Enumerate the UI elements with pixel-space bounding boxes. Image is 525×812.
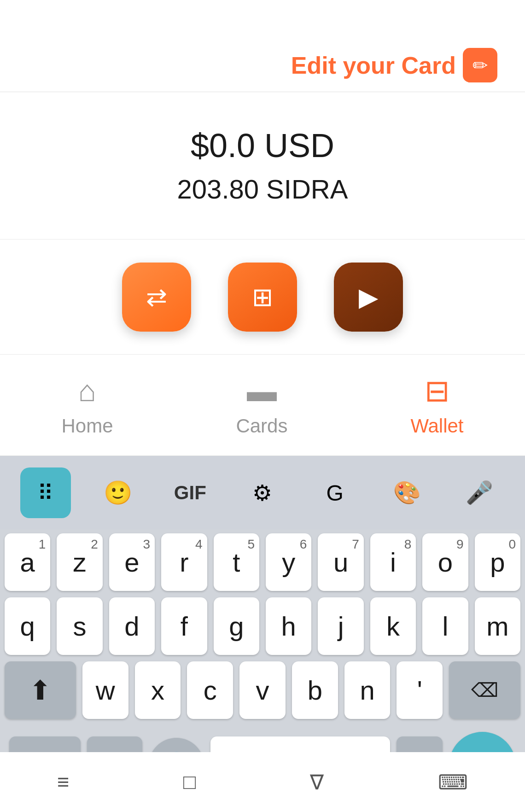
key-v[interactable]: v [239, 661, 286, 719]
translate-icon: G [326, 480, 343, 506]
mic-icon: 🎤 [466, 480, 493, 506]
key-e[interactable]: e3 [109, 533, 155, 591]
keyboard-gif-button[interactable]: GIF [165, 467, 216, 518]
transfer-icon: ⇄ [146, 282, 167, 312]
nav-wallet-label: Wallet [410, 415, 463, 437]
send-icon: ▶ [359, 282, 378, 312]
balance-usd: $0.0 USD [191, 127, 334, 164]
key-q[interactable]: q [5, 597, 50, 655]
edit-card-button[interactable]: Edit your Card ✏ [291, 48, 497, 82]
keyboard-row-2: q s d f g h j k l m [5, 597, 520, 655]
transfer-button[interactable]: ⇄ [122, 263, 191, 332]
keyboard-row-3: ⬆ w x c v b n ' ⌫ [5, 661, 520, 719]
home-icon: ⌂ [78, 374, 96, 408]
wallet-icon: ⊟ [425, 374, 449, 408]
key-n[interactable]: n [344, 661, 391, 719]
keyboard-palette-button[interactable]: 🎨 [382, 467, 432, 518]
key-c[interactable]: c [187, 661, 233, 719]
keyboard-translate-button[interactable]: G [309, 467, 360, 518]
keyboard-apps-button[interactable]: ⠿ [20, 467, 71, 518]
key-k[interactable]: k [370, 597, 416, 655]
key-shift[interactable]: ⬆ [5, 661, 76, 719]
key-w[interactable]: w [82, 661, 128, 719]
cards-icon: ▬ [247, 374, 277, 408]
key-i[interactable]: i8 [370, 533, 416, 591]
sys-menu-button[interactable]: ≡ [57, 770, 69, 794]
system-nav-bar: ≡ □ ∇ ⌨ [0, 752, 525, 812]
send-button[interactable]: ▶ [334, 263, 403, 332]
home-system-icon: □ [183, 770, 196, 794]
sticker-icon: 🙂 [104, 479, 132, 506]
key-z[interactable]: z2 [57, 533, 102, 591]
edit-card-label: Edit your Card [291, 52, 456, 79]
keyboard-row-1: a1 z2 e3 r4 t5 y6 u7 i8 o9 p0 [5, 533, 520, 591]
key-f[interactable]: f [161, 597, 207, 655]
key-b[interactable]: b [292, 661, 338, 719]
keyboard-sticker-button[interactable]: 🙂 [93, 467, 143, 518]
key-s[interactable]: s [57, 597, 102, 655]
keyboard-mic-button[interactable]: 🎤 [454, 467, 505, 518]
nav-cards-label: Cards [236, 415, 287, 437]
sys-home-button[interactable]: □ [183, 770, 196, 794]
key-y[interactable]: y6 [266, 533, 311, 591]
nav-cards[interactable]: ▬ Cards [236, 374, 287, 437]
key-h[interactable]: h [266, 597, 311, 655]
key-a[interactable]: a1 [5, 533, 50, 591]
key-o[interactable]: o9 [422, 533, 468, 591]
sys-keyboard-button[interactable]: ⌨ [438, 770, 468, 794]
keyboard-settings-button[interactable]: ⚙ [237, 467, 288, 518]
apps-icon: ⠿ [37, 480, 53, 506]
table-icon: ⊞ [252, 282, 273, 312]
bottom-nav: ⌂ Home ▬ Cards ⊟ Wallet [0, 355, 525, 456]
key-r[interactable]: r4 [161, 533, 207, 591]
key-l[interactable]: l [422, 597, 468, 655]
edit-icon: ✏ [463, 48, 497, 82]
action-buttons-area: ⇄ ⊞ ▶ [0, 240, 525, 355]
balance-sidra: 203.80 SIDRA [177, 174, 348, 204]
nav-home[interactable]: ⌂ Home [61, 374, 113, 437]
keyboard-toolbar: ⠿ 🙂 GIF ⚙ G 🎨 🎤 [0, 456, 525, 530]
header-area: Edit your Card ✏ [0, 0, 525, 92]
gear-icon: ⚙ [252, 480, 272, 506]
table-button[interactable]: ⊞ [228, 263, 297, 332]
palette-icon: 🎨 [393, 480, 421, 506]
key-t[interactable]: t5 [214, 533, 259, 591]
nav-wallet[interactable]: ⊟ Wallet [410, 374, 463, 437]
balance-area: $0.0 USD 203.80 SIDRA [0, 92, 525, 240]
key-d[interactable]: d [109, 597, 155, 655]
gif-label: GIF [174, 482, 206, 504]
key-backspace[interactable]: ⌫ [449, 661, 520, 719]
key-g[interactable]: g [214, 597, 259, 655]
key-x[interactable]: x [135, 661, 181, 719]
keyboard-icon: ⌨ [438, 771, 468, 794]
menu-icon: ≡ [57, 770, 69, 794]
nav-home-label: Home [61, 415, 113, 437]
key-m[interactable]: m [475, 597, 520, 655]
key-apostrophe[interactable]: ' [397, 661, 443, 719]
back-icon: ∇ [310, 771, 324, 794]
key-p[interactable]: p0 [475, 533, 520, 591]
key-u[interactable]: u7 [318, 533, 363, 591]
key-j[interactable]: j [318, 597, 363, 655]
sys-back-button[interactable]: ∇ [310, 770, 324, 794]
